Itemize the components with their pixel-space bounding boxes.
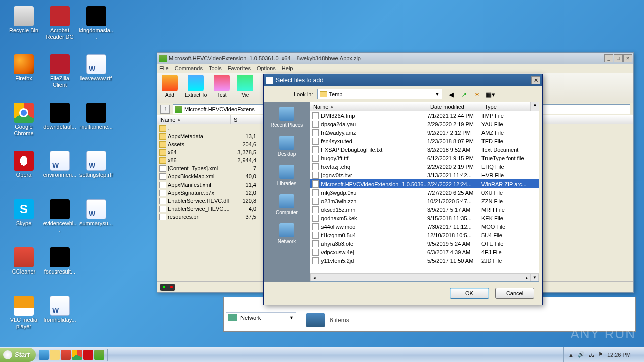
file-name: AppxSignature.p7x bbox=[168, 190, 214, 196]
chrome-icon[interactable] bbox=[72, 350, 82, 360]
file-row[interactable]: fn2wadyy.amz9/2/2017 2:12 PMAMZ File bbox=[310, 128, 539, 137]
close-button[interactable]: ✕ bbox=[623, 54, 632, 62]
flag-icon[interactable]: ⚑ bbox=[598, 351, 603, 358]
col-type[interactable]: Type bbox=[481, 102, 531, 111]
lookin-combobox[interactable]: Temp ▼ bbox=[317, 89, 442, 99]
places-item[interactable]: Network bbox=[278, 223, 296, 244]
file-type: ZZN File bbox=[481, 198, 539, 204]
desktop-icon[interactable]: Acrobat Reader DC bbox=[42, 4, 77, 52]
toolbar-button[interactable]: Vie bbox=[237, 75, 253, 101]
scroll-left[interactable]: ◂ bbox=[310, 274, 318, 281]
up-button[interactable]: ↑ bbox=[160, 105, 170, 114]
desktop-icon[interactable]: kingdomasia... bbox=[78, 4, 114, 52]
places-item[interactable]: Recent Places bbox=[271, 107, 303, 128]
desktop-icon[interactable]: FileZilla Client bbox=[42, 52, 77, 101]
file-row[interactable]: qodnaxm5.kek9/15/2018 11:35...KEK File bbox=[310, 214, 539, 222]
desktop-icon[interactable]: Firefox bbox=[6, 52, 41, 101]
explorer-nav-network[interactable]: Network ▼ bbox=[226, 312, 296, 323]
menu-item[interactable]: Favorites bbox=[228, 65, 251, 71]
file-row[interactable]: y11vfem5.2jd5/5/2017 11:50 AM2JD File bbox=[310, 256, 539, 265]
desktop-icon[interactable]: Opera bbox=[6, 149, 41, 197]
places-item[interactable]: Computer bbox=[276, 194, 298, 215]
maximize-button[interactable]: □ bbox=[614, 54, 623, 62]
menu-item[interactable]: Commands bbox=[175, 65, 203, 71]
new-folder-button[interactable]: ✶ bbox=[472, 89, 482, 99]
chevron-down-icon[interactable]: ▼ bbox=[435, 92, 440, 97]
file-row[interactable]: o23m3wlh.zzn10/21/2020 5:47...ZZN File bbox=[310, 197, 539, 205]
col-name[interactable]: Name▲ bbox=[157, 115, 231, 124]
menu-item[interactable]: File bbox=[159, 65, 169, 71]
desktop-icon[interactable]: evidencewhi... bbox=[42, 197, 77, 245]
file-row[interactable]: uhyra3b3.ote9/5/2019 5:24 AMOTE File bbox=[310, 239, 539, 248]
scroll-spacer: ▲ bbox=[531, 102, 539, 111]
ie-icon[interactable] bbox=[39, 350, 49, 360]
toolbar-button[interactable]: Test bbox=[214, 75, 230, 101]
file-row[interactable]: fsn4syxu.ted1/23/2018 8:07 PMTED File bbox=[310, 137, 539, 145]
cancel-button[interactable]: Cancel bbox=[495, 288, 534, 299]
menu-item[interactable]: Options bbox=[257, 65, 276, 71]
file-row[interactable]: dpsqa2da.yau2/29/2020 2:19 PMYAU File bbox=[310, 120, 539, 128]
minimize-button[interactable]: _ bbox=[604, 54, 613, 62]
start-button[interactable]: Start bbox=[0, 348, 36, 362]
file-row[interactable]: Microsoft.HEVCVideoExtension_1.0.5036...… bbox=[310, 179, 539, 188]
col-name[interactable]: Name▲ bbox=[310, 102, 427, 111]
file-name: resources.pri bbox=[168, 214, 200, 220]
file-row[interactable]: mkj3wgdp.0xu7/27/2020 6:25 AM0XU File bbox=[310, 188, 539, 197]
dialog-titlebar[interactable]: Select files to add ✕ bbox=[264, 74, 542, 86]
desktop-icon[interactable]: summarysu... bbox=[78, 197, 114, 245]
views-button[interactable]: ▦▾ bbox=[486, 89, 496, 99]
scroll-right[interactable]: ▸ bbox=[523, 274, 531, 281]
desktop-icon[interactable]: environmen... bbox=[42, 149, 77, 197]
winrar-titlebar[interactable]: Microsoft.HEVCVideoExtension_1.0.50361.0… bbox=[157, 53, 633, 64]
app-icon bbox=[50, 103, 70, 123]
desktop-icon[interactable]: downdefaul... bbox=[42, 101, 77, 149]
file-row[interactable]: huqoy3ft.ttf6/12/2021 9:15 PMTrueType fo… bbox=[310, 154, 539, 162]
desktop-icon[interactable]: SSkype bbox=[6, 197, 41, 245]
back-button[interactable]: ◀ bbox=[446, 89, 456, 99]
file-row[interactable]: s44ollww.moo7/30/2017 11:12...MOO File bbox=[310, 222, 539, 231]
desktop-icon[interactable]: leavewww.rtf bbox=[78, 52, 114, 101]
ok-button[interactable]: OK bbox=[450, 288, 489, 299]
explorer-icon[interactable] bbox=[50, 350, 60, 360]
desktop-icon[interactable] bbox=[78, 245, 114, 294]
desktop-icon[interactable]: fromholiday... bbox=[42, 294, 77, 342]
desktop-icon[interactable]: VLC media player bbox=[6, 294, 41, 342]
volume-icon[interactable]: 🔊 bbox=[578, 351, 585, 358]
winrar-icon[interactable] bbox=[94, 350, 104, 360]
file-name: o23m3wlh.zzn bbox=[321, 198, 356, 204]
file-row[interactable]: hxvtazji.ehq2/29/2020 2:19 PMEHQ File bbox=[310, 162, 539, 171]
desktop-icon[interactable]: focusresult... bbox=[42, 245, 77, 294]
file-size: 11,4 bbox=[231, 182, 259, 188]
file-row[interactable]: FXSAPIDebugLogFile.txt3/2/2018 9:52 AMTe… bbox=[310, 145, 539, 154]
file-row[interactable]: jognw0tz.hvr3/13/2021 11:42...HVR File bbox=[310, 171, 539, 179]
file-row[interactable]: vdpcxusw.4ej6/3/2017 4:39 AM4EJ File bbox=[310, 248, 539, 256]
menu-item[interactable]: Tools bbox=[209, 65, 222, 71]
h-scrollbar[interactable]: ◂ ▸ ▼ bbox=[310, 273, 539, 281]
col-size[interactable]: S bbox=[231, 115, 259, 124]
ccleaner-icon[interactable] bbox=[61, 350, 71, 360]
chevron-down-icon[interactable]: ▼ bbox=[289, 315, 294, 320]
desktop-icon[interactable]: multiameric... bbox=[78, 101, 114, 149]
places-item[interactable]: Desktop bbox=[278, 136, 296, 157]
dialog-close-button[interactable]: ✕ bbox=[531, 76, 540, 84]
places-item[interactable]: Libraries bbox=[277, 165, 296, 186]
file-row[interactable]: t1kzqnm0.5u412/10/2018 10:5...5U4 File bbox=[310, 231, 539, 239]
desktop-icon[interactable]: Google Chrome bbox=[6, 101, 41, 149]
toolbar-button[interactable]: Add bbox=[162, 75, 178, 101]
scroll-down[interactable]: ▼ bbox=[531, 274, 539, 281]
desktop-icon[interactable]: Recycle Bin bbox=[6, 4, 41, 52]
show-desktop[interactable] bbox=[635, 349, 640, 361]
opera-icon[interactable] bbox=[83, 350, 93, 360]
toolbar-button[interactable]: Extract To bbox=[185, 75, 207, 101]
file-row[interactable]: okscd15z.mrh3/9/2017 5:17 AMMRH File bbox=[310, 205, 539, 214]
tray-expand-icon[interactable]: ▲ bbox=[568, 352, 574, 358]
desktop-icon[interactable]: CCleaner bbox=[6, 245, 41, 294]
clock[interactable]: 12:26 PM bbox=[607, 352, 631, 358]
col-date[interactable]: Date modified bbox=[427, 102, 481, 111]
network-icon[interactable]: 🖧 bbox=[589, 352, 594, 358]
desktop-icon[interactable]: settingstep.rtf bbox=[78, 149, 114, 197]
menu-item[interactable]: Help bbox=[282, 65, 293, 71]
file-size: 40,0 bbox=[231, 173, 259, 179]
up-button[interactable]: ↗ bbox=[459, 89, 469, 99]
file-row[interactable]: DMI326A.tmp7/1/2021 12:44 PMTMP File bbox=[310, 111, 539, 120]
